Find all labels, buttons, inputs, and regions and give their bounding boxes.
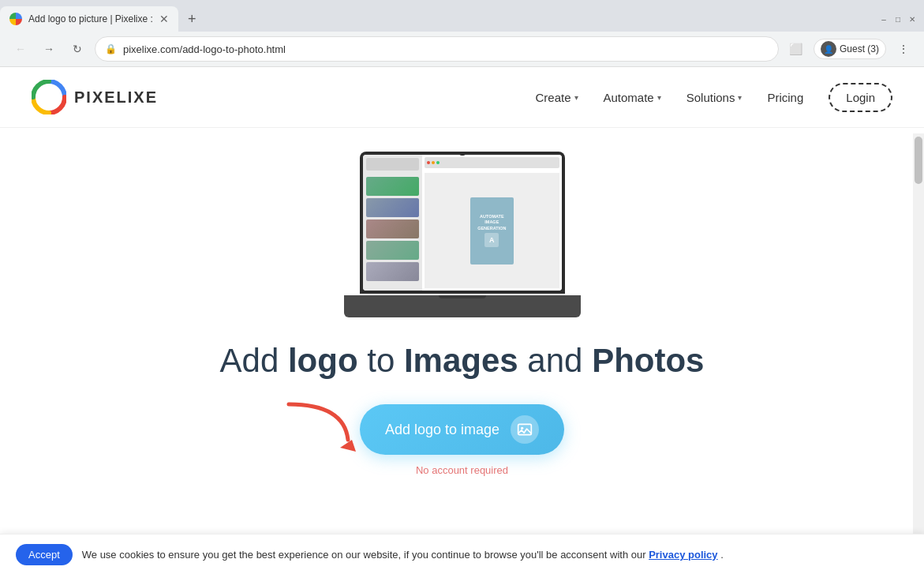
sidebar-item-2 bbox=[366, 198, 420, 217]
browser-tab-bar: Add logo to picture | Pixelixe : ✕ + – □… bbox=[0, 0, 924, 32]
add-logo-button[interactable]: Add logo to image bbox=[360, 404, 564, 455]
laptop-sidebar bbox=[363, 155, 423, 291]
tab-close-icon[interactable]: ✕ bbox=[159, 13, 169, 25]
heading-part2: to bbox=[358, 342, 404, 379]
nav-link-create[interactable]: Create ▾ bbox=[535, 91, 578, 104]
toolbar-dot bbox=[436, 161, 440, 164]
sidebar-item-4 bbox=[366, 241, 420, 260]
cookie-accept-button[interactable]: Accept bbox=[16, 544, 73, 565]
chevron-down-icon: ▾ bbox=[738, 93, 742, 102]
cookie-text: We use cookies to ensure you get the bes… bbox=[82, 549, 908, 561]
profile-button[interactable]: 👤 Guest (3) bbox=[814, 39, 886, 59]
cta-icon bbox=[511, 415, 539, 444]
laptop-base bbox=[344, 295, 581, 317]
site-nav: PIXELIXE Create ▾ Automate ▾ Solutions ▾… bbox=[0, 67, 924, 128]
browser-toolbar-right: ⬜ 👤 Guest (3) ⋮ bbox=[785, 38, 915, 60]
cookie-bar: Accept We use cookies to ensure you get … bbox=[0, 534, 924, 574]
svg-point-3 bbox=[521, 427, 523, 430]
laptop-toolbar bbox=[425, 157, 559, 168]
poster-text-line2: IMAGE bbox=[484, 219, 499, 225]
heading-bold3: Photos bbox=[592, 342, 704, 379]
poster-text-line3: GENERATION bbox=[477, 226, 506, 231]
cta-wrapper: Add logo to image No account required bbox=[360, 404, 564, 476]
arrow-wrapper bbox=[281, 396, 360, 455]
sidebar-item-1 bbox=[366, 177, 420, 196]
browser-chrome: Add logo to picture | Pixelixe : ✕ + – □… bbox=[0, 0, 924, 67]
hero-heading: Add logo to Images and Photos bbox=[220, 341, 705, 381]
heading-bold1: logo bbox=[288, 342, 358, 379]
heading-bold2: Images bbox=[404, 342, 518, 379]
no-account-text: No account required bbox=[416, 464, 508, 476]
scrollbar[interactable] bbox=[913, 133, 924, 574]
poster-letter: A bbox=[484, 233, 499, 247]
nav-link-solutions[interactable]: Solutions ▾ bbox=[686, 91, 743, 104]
nav-link-pricing[interactable]: Pricing bbox=[767, 91, 803, 104]
nav-links: Create ▾ Automate ▾ Solutions ▾ Pricing … bbox=[535, 83, 892, 112]
sidebar-item-5 bbox=[366, 262, 420, 281]
profile-icon: 👤 bbox=[821, 41, 836, 57]
heading-part1: Add bbox=[220, 342, 288, 379]
sidebar-item-3 bbox=[366, 219, 420, 238]
heading-part3: and bbox=[518, 342, 592, 379]
window-minimize-button[interactable]: – bbox=[878, 13, 889, 24]
nav-link-automate[interactable]: Automate ▾ bbox=[604, 91, 661, 104]
reload-button[interactable]: ↻ bbox=[66, 38, 88, 60]
browser-toolbar: ← → ↻ 🔒 pixelixe.com/add-logo-to-photo.h… bbox=[0, 32, 924, 66]
window-close-button[interactable]: ✕ bbox=[907, 13, 918, 24]
privacy-policy-link[interactable]: Privacy policy bbox=[649, 549, 717, 561]
laptop-sidebar-items bbox=[363, 174, 423, 284]
window-controls: – □ ✕ bbox=[878, 13, 924, 24]
login-button[interactable]: Login bbox=[829, 83, 892, 112]
laptop-poster: AUTOMATE IMAGE GENERATION A bbox=[470, 197, 514, 264]
laptop-illustration: AUTOMATE IMAGE GENERATION A bbox=[344, 152, 581, 317]
back-button[interactable]: ← bbox=[9, 38, 32, 60]
laptop-main-area: AUTOMATE IMAGE GENERATION A bbox=[422, 155, 561, 291]
new-tab-button[interactable]: + bbox=[178, 11, 206, 28]
profile-label: Guest (3) bbox=[840, 43, 879, 54]
menu-button[interactable]: ⋮ bbox=[892, 38, 915, 60]
image-icon bbox=[517, 422, 533, 437]
chevron-down-icon: ▾ bbox=[574, 93, 578, 102]
laptop-sidebar-header bbox=[366, 158, 420, 171]
lock-icon: 🔒 bbox=[105, 43, 117, 54]
svg-rect-2 bbox=[518, 425, 532, 435]
page-content: PIXELIXE Create ▾ Automate ▾ Solutions ▾… bbox=[0, 67, 924, 574]
logo[interactable]: PIXELIXE bbox=[32, 80, 158, 114]
address-bar[interactable]: 🔒 pixelixe.com/add-logo-to-photo.html bbox=[95, 36, 779, 62]
address-text: pixelixe.com/add-logo-to-photo.html bbox=[123, 43, 769, 55]
forward-button[interactable]: → bbox=[38, 38, 60, 60]
tab-favicon bbox=[9, 13, 22, 25]
toolbar-dot bbox=[432, 161, 435, 164]
chevron-down-icon: ▾ bbox=[657, 93, 661, 102]
cta-label: Add logo to image bbox=[385, 422, 499, 438]
poster-text-line1: AUTOMATE bbox=[480, 214, 504, 219]
cast-button[interactable]: ⬜ bbox=[785, 38, 807, 60]
window-maximize-button[interactable]: □ bbox=[892, 13, 903, 24]
browser-tab[interactable]: Add logo to picture | Pixelixe : ✕ bbox=[0, 6, 178, 32]
laptop-screen-inner: AUTOMATE IMAGE GENERATION A bbox=[363, 155, 562, 291]
cookie-message: We use cookies to ensure you get the bes… bbox=[82, 549, 649, 561]
cookie-end: . bbox=[720, 549, 724, 561]
laptop-screen: AUTOMATE IMAGE GENERATION A bbox=[360, 152, 565, 294]
toolbar-dot bbox=[427, 161, 430, 164]
logo-icon bbox=[32, 80, 66, 114]
cta-arrow bbox=[281, 396, 360, 452]
scrollbar-thumb[interactable] bbox=[915, 137, 922, 184]
tab-title: Add logo to picture | Pixelixe : bbox=[28, 13, 153, 24]
laptop-canvas: AUTOMATE IMAGE GENERATION A bbox=[425, 173, 559, 288]
logo-text: PIXELIXE bbox=[74, 88, 158, 107]
main-content: AUTOMATE IMAGE GENERATION A Add logo to … bbox=[0, 128, 924, 492]
